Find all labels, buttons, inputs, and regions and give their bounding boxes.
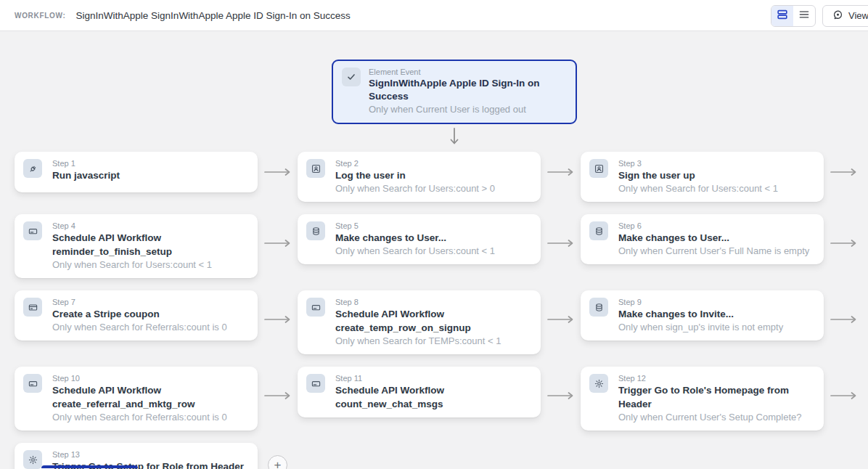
step-card-slot: Step 10 Schedule API Workflow create_ref… [15, 367, 258, 431]
step-subtitle: create_temp_row_on_signup [335, 321, 532, 335]
step-subtitle: reminder_to_finish_setup [52, 245, 249, 258]
next-step-arrow [258, 367, 298, 426]
workflow-label: WORKFLOW: [15, 12, 66, 20]
view-button-label: View [848, 10, 868, 21]
step-card-slot: Step 5 Make changes to User... Only when… [298, 214, 541, 264]
step-number-label: Step 2 [335, 158, 532, 168]
next-step-arrow [258, 290, 298, 350]
step-title: Log the user in [335, 168, 532, 182]
step-number-label: Step 8 [335, 297, 532, 307]
step-condition: Only when Search for TEMPs:count < 1 [335, 335, 532, 348]
card-view-button[interactable] [771, 6, 793, 26]
next-step-arrow [824, 290, 864, 350]
step-card-slot: Step 7 Create a Stripe coupon Only when … [15, 290, 258, 340]
step-row: Step 1 Run javascript Step 2 Log the use… [15, 152, 868, 202]
step-card[interactable]: Step 5 Make changes to User... Only when… [298, 214, 541, 264]
step-condition: Only when Search for Users:count < 1 [618, 182, 815, 195]
next-step-arrow [541, 214, 581, 274]
step-card-slot: Step 8 Schedule API Workflow create_temp… [298, 290, 541, 354]
step-condition: Only when Current User's Full Name is em… [618, 245, 815, 258]
right-arrow-icon [264, 166, 292, 179]
view-button[interactable]: View [822, 5, 868, 27]
step-title: Create a Stripe coupon [52, 307, 249, 321]
workflow-header: WORKFLOW: SignInWithApple SignInWithAppl… [0, 0, 868, 31]
step-card[interactable]: Step 2 Log the user in Only when Search … [298, 152, 541, 202]
step-row: Step 7 Create a Stripe coupon Only when … [15, 290, 868, 354]
trigger-condition: Only when Current User is logged out [369, 103, 567, 116]
step-card[interactable]: Step 9 Make changes to Invite... Only wh… [581, 290, 824, 340]
step-card[interactable]: Step 6 Make changes to User... Only when… [581, 214, 824, 264]
workflow-canvas: Element Event SignInWithApple Apple ID S… [0, 31, 868, 468]
api-workflow-icon [23, 374, 42, 393]
step-title: Run javascript [52, 168, 249, 182]
step-number-label: Step 4 [52, 221, 249, 231]
next-step-arrow [824, 214, 864, 274]
step-card-slot: Step 3 Sign the user up Only when Search… [581, 152, 824, 202]
step-number-label: Step 13 [52, 449, 249, 460]
credit-card-icon [23, 298, 42, 317]
step-card[interactable]: Step 8 Schedule API Workflow create_temp… [298, 290, 541, 354]
right-arrow-icon [830, 166, 858, 179]
comment-bubble-icon [832, 9, 844, 23]
right-arrow-icon [547, 314, 575, 327]
step-card[interactable]: Step 4 Schedule API Workflow reminder_to… [15, 214, 258, 278]
api-workflow-icon [306, 298, 325, 317]
step-number-label: Step 11 [335, 373, 532, 383]
step-number-label: Step 3 [618, 158, 815, 168]
step-number-label: Step 7 [52, 297, 249, 307]
right-arrow-icon [830, 390, 858, 403]
step-condition: Only when Search for Users:count < 1 [335, 245, 532, 258]
step-card-slot: Step 6 Make changes to User... Only when… [581, 214, 824, 264]
step-title: Make changes to User... [335, 231, 532, 245]
step-card-slot: Step 11 Schedule API Workflow count_new_… [298, 367, 541, 417]
step-title: Trigger Go to Role's Homepage from Heade… [618, 383, 815, 411]
step-condition: Only when Search for Referrals:count is … [52, 411, 249, 424]
right-arrow-icon [264, 314, 292, 327]
trigger-title: SignInWithApple Apple ID Sign-In on Succ… [369, 77, 567, 103]
next-step-arrow [824, 367, 864, 426]
trigger-type-label: Element Event [369, 68, 567, 77]
add-step-slot: + [258, 443, 298, 469]
list-view-button[interactable] [793, 6, 815, 26]
database-icon [589, 221, 608, 240]
api-workflow-icon [306, 374, 325, 393]
step-number-label: Step 5 [335, 221, 532, 231]
step-number-label: Step 10 [52, 373, 249, 383]
step-number-label: Step 9 [618, 297, 815, 307]
step-row: Step 13 Trigger Go to Setup for Role fro… [15, 443, 868, 469]
step-card[interactable]: Step 7 Create a Stripe coupon Only when … [15, 290, 258, 340]
next-step-arrow [258, 214, 298, 274]
workflow-title: SignInWithApple SignInWithApple Apple ID… [76, 10, 351, 21]
right-arrow-icon [547, 390, 575, 403]
user-icon [589, 159, 608, 178]
list-view-icon [797, 7, 811, 24]
step-title: Schedule API Workflow [52, 383, 249, 397]
right-arrow-icon [264, 390, 292, 403]
step-title: Make changes to Invite... [618, 307, 815, 321]
step-card[interactable]: Step 3 Sign the user up Only when Search… [581, 152, 824, 202]
step-card[interactable]: Step 11 Schedule API Workflow count_new_… [298, 367, 541, 417]
next-step-arrow [541, 290, 581, 350]
next-step-arrow [541, 367, 581, 426]
user-icon [306, 159, 325, 178]
next-step-arrow [541, 152, 581, 194]
step-card[interactable]: Step 1 Run javascript [15, 152, 258, 192]
event-trigger-card[interactable]: Element Event SignInWithApple Apple ID S… [332, 60, 577, 124]
step-card[interactable]: Step 10 Schedule API Workflow create_ref… [15, 367, 258, 431]
cards-view-icon [775, 7, 790, 24]
add-step-button[interactable]: + [268, 455, 287, 469]
step-card-slot: Step 4 Schedule API Workflow reminder_to… [15, 214, 258, 278]
checkmark-icon [342, 68, 361, 86]
step-condition: Only when sign_up's invite is not empty [618, 321, 815, 334]
database-icon [589, 298, 608, 317]
step-card-slot: Step 1 Run javascript [15, 152, 258, 192]
step-condition: Only when Current User's Setup Complete? [618, 411, 815, 424]
api-workflow-icon [23, 221, 42, 240]
step-number-label: Step 6 [618, 221, 815, 231]
right-arrow-icon [264, 237, 292, 250]
step-title: Schedule API Workflow [335, 307, 532, 321]
step-condition: Only when Search for Users:count < 1 [52, 258, 249, 272]
gear-icon [589, 374, 608, 393]
step-number-label: Step 1 [52, 158, 249, 168]
step-card[interactable]: Step 12 Trigger Go to Role's Homepage fr… [581, 367, 824, 431]
